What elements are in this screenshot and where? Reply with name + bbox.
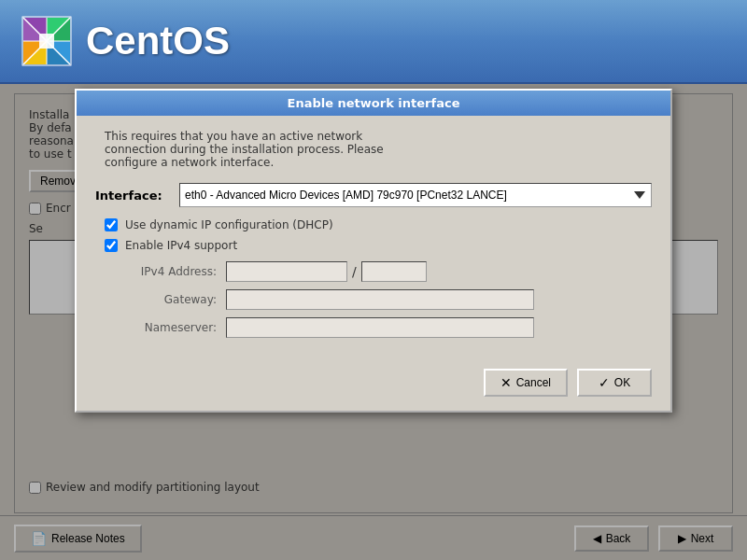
- form-grid: IPv4 Address: / Gateway:: [95, 261, 652, 338]
- cancel-button[interactable]: ✕ Cancel: [484, 369, 568, 397]
- ipv4-label: Enable IPv4 support: [125, 239, 237, 252]
- ipv4-checkbox[interactable]: [105, 239, 118, 252]
- dialog: Enable network interface This requires t…: [75, 89, 672, 413]
- dialog-description: This requires that you have an active ne…: [95, 130, 652, 169]
- ok-icon: ✓: [599, 375, 610, 390]
- gateway-input[interactable]: [226, 289, 534, 310]
- logo-text: CentOS: [86, 19, 230, 63]
- nameserver-input[interactable]: [226, 317, 534, 338]
- ipv4-prefix-input[interactable]: [361, 261, 427, 282]
- header: CentOS: [0, 0, 747, 84]
- ipv4-address-row: IPv4 Address: /: [105, 261, 652, 282]
- ipv4-slash: /: [352, 264, 357, 279]
- dialog-buttons: ✕ Cancel ✓ OK: [77, 359, 670, 411]
- ipv4-address-input[interactable]: [226, 261, 347, 282]
- ipv4-address-label: IPv4 Address:: [105, 265, 217, 278]
- cancel-label: Cancel: [516, 376, 551, 389]
- dialog-titlebar: Enable network interface: [77, 91, 670, 116]
- cancel-icon: ✕: [500, 375, 512, 390]
- ok-button[interactable]: ✓ OK: [577, 369, 652, 397]
- content-area: Installa By defa reasona to use t Remov …: [0, 84, 747, 560]
- gateway-label: Gateway:: [105, 293, 217, 306]
- interface-select[interactable]: eth0 - Advanced Micro Devices [AMD] 79c9…: [179, 183, 652, 207]
- dialog-title: Enable network interface: [288, 96, 460, 110]
- nameserver-label: Nameserver:: [105, 321, 217, 334]
- interface-row: Interface: eth0 - Advanced Micro Devices…: [95, 183, 652, 207]
- gateway-row: Gateway:: [105, 289, 652, 310]
- dialog-overlay: Enable network interface This requires t…: [0, 84, 747, 560]
- interface-label: Interface:: [95, 189, 170, 203]
- ok-label: OK: [614, 376, 630, 389]
- centos-logo-icon: [19, 13, 75, 69]
- logo-container: CentOS: [19, 13, 230, 69]
- nameserver-row: Nameserver:: [105, 317, 652, 338]
- dhcp-checkbox-row: Use dynamic IP configuration (DHCP): [95, 218, 652, 231]
- dhcp-checkbox[interactable]: [105, 218, 118, 231]
- ipv4-inputs: /: [226, 261, 427, 282]
- ipv4-checkbox-row: Enable IPv4 support: [95, 239, 652, 252]
- dialog-body: This requires that you have an active ne…: [77, 116, 670, 359]
- dhcp-label: Use dynamic IP configuration (DHCP): [125, 218, 333, 231]
